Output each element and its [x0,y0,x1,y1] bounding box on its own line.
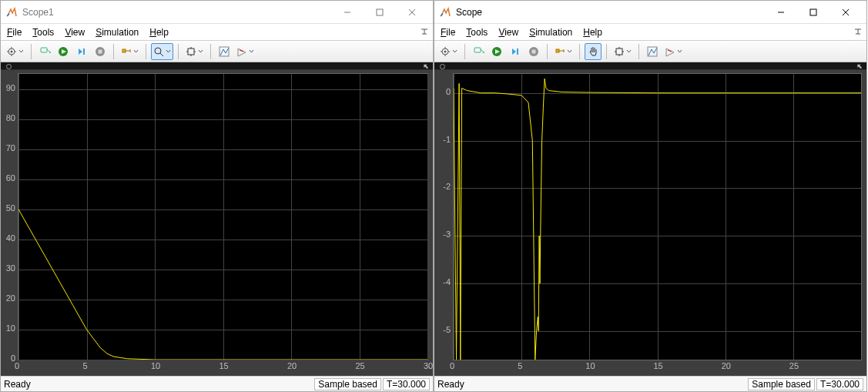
stop-button[interactable] [92,43,109,60]
menu-view[interactable]: View [65,27,85,38]
ytick-label: 0 [446,87,451,96]
menu-view[interactable]: View [498,27,518,38]
xtick-label: 20 [722,361,731,370]
ytick-label: 50 [6,203,15,213]
close-button[interactable] [829,2,862,23]
xtick-label: 15 [220,361,229,370]
triggers-button[interactable] [662,43,685,60]
step-forward-button[interactable] [73,43,90,60]
svg-point-12 [49,52,51,53]
cursor-measurements-button[interactable] [216,43,233,60]
xtick-label: 20 [287,361,297,370]
xtick-label: 10 [585,361,595,370]
svg-point-35 [483,52,484,53]
configure-button[interactable] [4,43,26,60]
statusbar: Ready Sample based T=30.000 [1,376,433,391]
minimize-button[interactable] [331,2,364,23]
xtick-label: 5 [518,361,522,370]
configure-button[interactable] [437,43,460,60]
scale-axes-button[interactable] [612,43,634,60]
scale-axes-button[interactable] [183,43,206,60]
triggers-button[interactable] [234,43,256,60]
highlight-signal-button[interactable] [119,43,141,60]
svg-point-6 [11,50,13,52]
ytick-label: 70 [6,143,15,152]
menu-help[interactable]: Help [149,27,169,38]
toolbar [434,41,866,62]
menu-simulation[interactable]: Simulation [529,27,572,38]
titlebar[interactable]: Scope [434,1,866,24]
minimize-button[interactable] [765,2,797,23]
maximize-button[interactable] [364,2,396,23]
menu-help[interactable]: Help [583,27,602,38]
run-button[interactable] [488,43,505,60]
status-time: T=30.000 [383,378,430,390]
highlight-signal-button[interactable] [552,43,575,60]
ytick-label: -5 [443,325,451,334]
chart-maximize-icon[interactable] [419,63,431,69]
xtick-label: 25 [356,361,365,370]
xtick-label: 5 [83,361,88,370]
svg-rect-39 [532,49,536,53]
xtick-label: 30 [424,361,433,370]
scope-chart-2[interactable]: -5-4-3-2-100510152025 [434,62,866,376]
menubar: File Tools View Simulation Help [434,24,866,41]
svg-rect-34 [474,48,481,52]
titlebar[interactable]: Scope1 [1,1,433,24]
close-button[interactable] [396,2,428,23]
zoom-button[interactable] [151,43,173,60]
ytick-label: -4 [443,277,451,286]
svg-rect-2 [377,9,383,15]
svg-rect-25 [810,9,816,15]
matlab-icon [5,6,18,18]
ytick-label: -1 [443,135,451,144]
xtick-label: 0 [450,361,454,370]
ytick-label: -3 [443,230,451,239]
matlab-icon [439,6,451,18]
status-sample-mode: Sample based [314,378,381,390]
chart-settings-icon[interactable] [2,63,15,69]
ytick-label: 90 [6,83,15,92]
svg-rect-14 [83,49,85,55]
scope-chart-1[interactable]: 0102030405060708090051015202530 [1,62,433,376]
svg-line-19 [160,53,163,56]
stop-button[interactable] [525,43,542,60]
quick-access-icon[interactable] [853,25,863,36]
window-title: Scope1 [22,7,54,18]
quick-access-icon[interactable] [419,25,430,36]
menu-file[interactable]: File [441,27,455,38]
menu-file[interactable]: File [7,27,22,38]
step-forward-button[interactable] [507,43,524,60]
menu-tools[interactable]: Tools [466,27,488,38]
ytick-label: 60 [6,173,15,183]
chart-maximize-icon[interactable] [853,63,865,69]
svg-point-44 [440,64,444,69]
print-preview-button[interactable] [470,43,487,60]
run-button[interactable] [55,43,72,60]
svg-rect-40 [556,49,559,52]
pan-button[interactable] [585,43,602,60]
xtick-label: 10 [151,361,160,370]
signal-trace [454,79,861,360]
ytick-label: 20 [6,293,15,303]
xtick-label: 15 [654,361,663,370]
status-ready: Ready [4,379,31,390]
menu-tools[interactable]: Tools [32,27,54,38]
svg-rect-11 [41,48,47,52]
ytick-label: -2 [443,182,451,191]
chart-header-strip [1,62,433,70]
status-ready: Ready [437,379,464,390]
print-preview-button[interactable] [36,43,53,60]
window-title: Scope [456,7,482,18]
menubar: File Tools View Simulation Help [1,24,433,41]
ytick-label: 10 [6,323,15,333]
ytick-label: 30 [6,263,15,273]
xtick-label: 25 [789,361,799,370]
menu-simulation[interactable]: Simulation [96,27,139,38]
svg-rect-16 [99,49,102,53]
cursor-measurements-button[interactable] [644,43,661,60]
chart-settings-icon[interactable] [436,63,448,69]
status-time: T=30.000 [816,378,863,390]
maximize-button[interactable] [797,2,829,23]
svg-point-18 [155,48,161,54]
